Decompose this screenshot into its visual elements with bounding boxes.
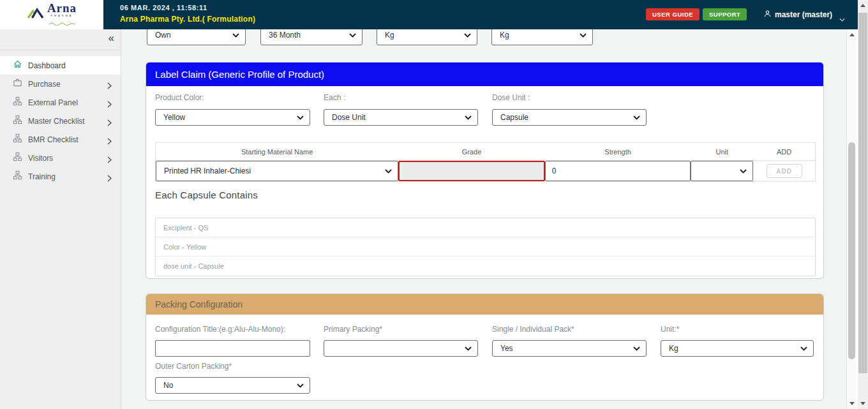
outer-carton-label: Outer Carton Packing*: [155, 362, 232, 371]
page-scrollbar[interactable]: [858, 0, 868, 409]
col-unit: Unit: [691, 148, 753, 156]
each-capsule-contains-heading: Each Capsule Contains: [155, 190, 258, 200]
main-content: Own 36 Month Kg Kg Label Claim (Generic …: [121, 29, 846, 409]
single-pack-select[interactable]: Yes: [492, 340, 647, 357]
list-item: Color - Yellow: [156, 237, 815, 257]
scrollbar-thumb[interactable]: [858, 13, 867, 373]
starting-material-table: Starting Material Name Grade Strength Un…: [155, 142, 816, 182]
company-logo[interactable]: Arna PHARMA: [0, 0, 103, 29]
chevron-right-icon: [107, 117, 112, 129]
user-icon: [763, 10, 772, 20]
support-button[interactable]: SUPPORT: [703, 8, 747, 20]
sidebar-item-dashboard[interactable]: Dashboard: [0, 56, 121, 75]
filter-select-3[interactable]: Kg: [377, 29, 477, 45]
chevron-down-icon: [297, 113, 304, 122]
col-starting-material: Starting Material Name: [156, 148, 398, 156]
packing-title: Packing Configuration: [146, 294, 823, 315]
user-menu[interactable]: master (master): [763, 10, 832, 20]
list-item: dose unit - Capsule: [156, 257, 815, 276]
configuration-title-label: Configuration Title:(e.g:Alu-Alu-Mono):: [155, 325, 285, 334]
chevron-down-icon: [465, 344, 472, 353]
col-strength: Strength: [545, 148, 691, 156]
content-scrollbar[interactable]: [846, 29, 857, 409]
strength-input[interactable]: [545, 161, 691, 181]
list-item: Excipient - QS: [156, 218, 815, 237]
product-color-label: Product Color:: [155, 93, 204, 102]
sitemap-icon: [13, 96, 22, 108]
filter-select-4[interactable]: Kg: [491, 29, 593, 45]
home-icon: [13, 59, 22, 71]
starting-material-select[interactable]: Printed HR Inhaler-Chiesi: [156, 161, 398, 181]
sitemap-icon: [13, 152, 22, 164]
unit-select[interactable]: [691, 161, 753, 181]
user-name-label: master (master): [775, 10, 832, 19]
logo-mark-icon: [27, 7, 44, 23]
chevron-down-icon: [349, 31, 356, 40]
primary-packing-label: Primary Packing*: [324, 325, 382, 334]
scroll-up-arrow-icon[interactable]: [849, 33, 855, 36]
chevron-down-icon: [740, 167, 747, 175]
product-color-select[interactable]: Yellow: [155, 109, 310, 126]
sidebar-divider: [0, 50, 121, 50]
chevron-down-icon: [385, 167, 392, 175]
sidebar-collapse-icon[interactable]: «: [108, 32, 114, 45]
chevron-down-icon: [232, 31, 239, 40]
chevron-down-icon: [800, 344, 807, 353]
sitemap-icon: [13, 133, 22, 145]
label-claim-header: Label Claim (Generic Profile of Product): [146, 63, 823, 86]
single-pack-label: Single / Individual Pack*: [492, 325, 574, 334]
col-grade: Grade: [398, 148, 545, 156]
primary-packing-select[interactable]: [324, 340, 478, 357]
label-claim-section: Label Claim (Generic Profile of Product)…: [146, 62, 824, 279]
sidebar-menu: Dashboard Purchase External Panel: [0, 56, 121, 186]
top-bar: Arna PHARMA 06 MAR. 2024 , 11:58:11 Arna…: [0, 0, 858, 29]
configuration-title-input[interactable]: [155, 340, 310, 357]
chevron-down-icon: [633, 344, 640, 353]
filter-select-1[interactable]: Own: [147, 29, 246, 45]
sidebar-item-master-checklist[interactable]: Master Checklist: [0, 112, 121, 130]
user-guide-button[interactable]: USER GUIDE: [646, 8, 700, 20]
chevron-right-icon: [107, 154, 112, 166]
chevron-down-icon: [465, 113, 472, 122]
chevron-right-icon: [107, 136, 112, 147]
col-add: ADD: [753, 148, 815, 156]
scroll-down-arrow-icon[interactable]: [849, 402, 855, 405]
scroll-down-arrow-icon[interactable]: [860, 402, 865, 405]
user-menu-chevron-down-icon[interactable]: [839, 13, 845, 24]
dose-unit-select[interactable]: Capsule: [492, 109, 647, 126]
sidebar-item-bmr-checklist[interactable]: BMR Checklist: [0, 130, 121, 149]
sidebar-item-visitors[interactable]: Visitors: [0, 149, 121, 167]
each-select[interactable]: Dose Unit: [324, 109, 478, 126]
chevron-right-icon: [107, 80, 112, 92]
packing-unit-select[interactable]: Kg: [661, 340, 814, 357]
scroll-up-arrow-icon[interactable]: [860, 4, 865, 7]
add-button[interactable]: ADD: [767, 164, 802, 178]
logo-wordmark: Arna: [47, 2, 77, 14]
chevron-down-icon: [464, 31, 471, 40]
label-claim-title: Label Claim (Generic Profile of Product): [146, 63, 823, 86]
dose-unit-label: Dose Unit :: [492, 93, 530, 102]
each-label: Each :: [324, 93, 345, 102]
sitemap-icon: [13, 115, 22, 127]
chevron-down-icon: [580, 31, 587, 40]
grade-input[interactable]: [398, 161, 545, 181]
contains-list: Excipient - QS Color - Yellow dose unit …: [155, 218, 816, 276]
outer-carton-select[interactable]: No: [155, 377, 310, 394]
filter-select-2[interactable]: 36 Month: [260, 29, 363, 45]
chevron-down-icon: [297, 381, 304, 390]
sidebar-item-purchase[interactable]: Purchase: [0, 75, 121, 93]
packing-configuration-section: Packing Configuration Configuration Titl…: [146, 294, 824, 401]
sidebar-item-training[interactable]: Training: [0, 167, 121, 186]
packing-header: Packing Configuration: [146, 294, 823, 315]
app-root: Arna PHARMA 06 MAR. 2024 , 11:58:11 Arna…: [0, 0, 868, 409]
chevron-right-icon: [107, 173, 112, 184]
sitemap-icon: [13, 170, 22, 182]
chevron-right-icon: [107, 99, 112, 110]
sidebar-item-external-panel[interactable]: External Panel: [0, 93, 121, 112]
sidebar: « Dashboard Purchase External Pa: [0, 29, 121, 409]
scrollbar-thumb[interactable]: [848, 142, 855, 359]
datetime-text: 06 MAR. 2024 , 11:58:11: [120, 4, 255, 11]
chevron-down-icon: [633, 113, 640, 122]
unit-label: Unit:*: [661, 325, 679, 334]
logo-tagline-script: [49, 17, 75, 27]
